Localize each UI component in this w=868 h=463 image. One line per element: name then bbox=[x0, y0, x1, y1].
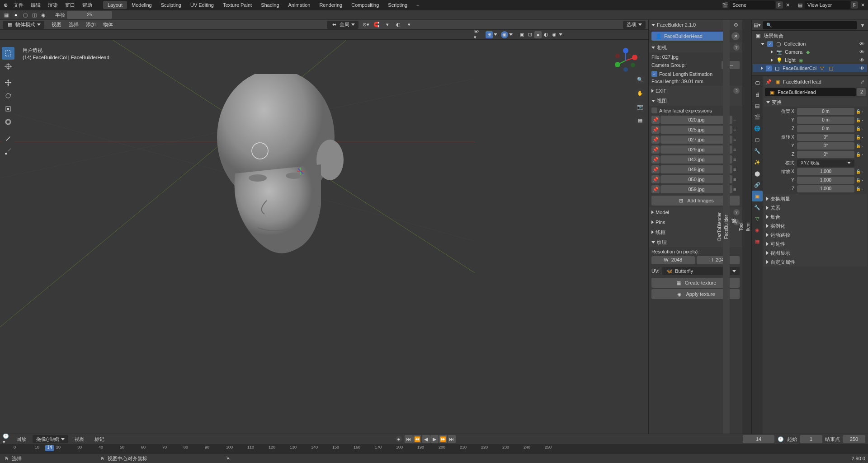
lock-icon[interactable]: 🔓 bbox=[854, 108, 862, 115]
eye-icon[interactable]: 👁 bbox=[858, 56, 865, 64]
prop-section[interactable]: 视图显示 bbox=[764, 248, 867, 257]
header-menu-选择[interactable]: 选择 bbox=[65, 20, 82, 28]
header-menu-物体[interactable]: 物体 bbox=[99, 20, 117, 28]
pin-button[interactable]: 📌 bbox=[651, 155, 660, 164]
orientation-dropdown[interactable]: ⬌全局 bbox=[327, 21, 359, 29]
res-w-field[interactable]: W 2048 bbox=[651, 256, 695, 264]
pin-button[interactable]: 📌 bbox=[651, 126, 660, 134]
rotation-mode-dropdown[interactable]: XYZ 欧拉 bbox=[797, 159, 854, 167]
prop-section[interactable]: 可见性 bbox=[764, 239, 867, 248]
prop-tab-viewlayer[interactable]: ▤ bbox=[752, 100, 763, 111]
prop-tab-physics[interactable]: ⬤ bbox=[752, 168, 763, 179]
prop-section[interactable]: 实例化 bbox=[764, 221, 867, 230]
proportional-dropdown[interactable]: ▾ bbox=[406, 21, 413, 28]
fle-checkbox[interactable]: ✓ bbox=[651, 71, 657, 77]
tree-camera[interactable]: 📷Camera◆👁 bbox=[753, 48, 867, 56]
transform-tool[interactable] bbox=[2, 116, 14, 128]
add-workspace-button[interactable]: + bbox=[413, 1, 423, 9]
workspace-tab-UV Editing[interactable]: UV Editing bbox=[186, 1, 218, 9]
outliner-search[interactable]: 🔍 bbox=[763, 21, 857, 29]
new-viewlayer-button[interactable]: ⎘ bbox=[851, 1, 858, 9]
scale-z-field[interactable]: 1.000 bbox=[797, 185, 854, 192]
prop-tab-constraint[interactable]: 🔗 bbox=[752, 179, 763, 190]
workspace-tab-Sculpting[interactable]: Sculpting bbox=[156, 1, 186, 9]
shading-wireframe[interactable]: ⊡ bbox=[526, 31, 533, 38]
loc-z-field[interactable]: 0 m bbox=[797, 125, 854, 132]
zoom-icon[interactable]: 🔍 bbox=[635, 74, 646, 85]
prop-tab-texture[interactable]: ▦ bbox=[752, 236, 763, 247]
prop-tab-collection[interactable]: ▢ bbox=[752, 134, 763, 145]
allow-expr-checkbox[interactable] bbox=[651, 108, 657, 113]
delete-viewlayer-button[interactable]: ✕ bbox=[859, 1, 866, 9]
lock-icon[interactable]: 🔓 bbox=[854, 142, 862, 150]
jump-end-button[interactable]: ⏭ bbox=[448, 435, 456, 443]
start-frame-field[interactable]: 1 bbox=[800, 435, 822, 443]
shading-solid[interactable]: ● bbox=[534, 31, 542, 38]
jump-start-button[interactable]: ⏮ bbox=[405, 435, 413, 443]
pin-button[interactable]: 📌 bbox=[651, 175, 660, 183]
play-button[interactable]: ▶ bbox=[430, 435, 439, 443]
navigation-gizmo[interactable] bbox=[612, 47, 639, 74]
scale-y-field[interactable]: 1.000 bbox=[797, 177, 854, 184]
auto-key-toggle[interactable]: ● bbox=[396, 436, 402, 442]
viewlayer-field[interactable]: View Layer bbox=[805, 1, 850, 9]
n-tab-item[interactable]: Item bbox=[745, 20, 751, 434]
expand-icon[interactable]: ⤢ bbox=[859, 78, 866, 85]
collection-checkbox[interactable]: ✓ bbox=[766, 65, 772, 71]
select-box-tool[interactable] bbox=[2, 47, 14, 60]
tree-fb-collection[interactable]: ✓▢FaceBuilderCol▽▢👁 bbox=[753, 64, 867, 72]
loc-x-field[interactable]: 0 m bbox=[797, 108, 854, 115]
collection-checkbox[interactable]: ✓ bbox=[767, 41, 773, 47]
menu-编辑[interactable]: 编辑 bbox=[27, 1, 44, 9]
tree-light[interactable]: 💡Light◉👁 bbox=[753, 56, 867, 64]
rot-x-field[interactable]: 0° bbox=[797, 134, 854, 141]
prev-key-button[interactable]: ⏪ bbox=[413, 435, 421, 443]
visibility-icon[interactable]: 👁▾ bbox=[474, 31, 481, 38]
box-select-icon[interactable]: ▢ bbox=[22, 11, 29, 19]
perspective-toggle-icon[interactable]: ▦ bbox=[635, 115, 646, 126]
prop-tab-scene[interactable]: 🎬 bbox=[752, 112, 763, 122]
timeline-editor-icon[interactable]: 🕐▾ bbox=[3, 435, 10, 443]
lock-icon[interactable]: 🔓 bbox=[854, 185, 862, 192]
eye-icon[interactable]: 👁 bbox=[858, 48, 865, 56]
3d-viewport[interactable]: ▦物体模式 视图选择添加物体 ⬌全局 ⊙▾ 🧲 ▾ ◐ ▾ 选项 👁▾ ⊞ ◉ … bbox=[0, 20, 648, 434]
prop-tab-render[interactable]: 🖵 bbox=[752, 78, 763, 89]
xray-toggle[interactable]: ▣ bbox=[518, 31, 525, 38]
tree-scene-collection[interactable]: ▣场景集合 bbox=[753, 32, 867, 40]
prop-tab-modifier[interactable]: 🔧 bbox=[752, 202, 763, 213]
lasso-icon[interactable]: ◫ bbox=[31, 11, 38, 19]
prop-section[interactable]: 变换增量 bbox=[764, 194, 867, 203]
workspace-tab-Modeling[interactable]: Modeling bbox=[127, 1, 156, 9]
workspace-tab-Animation[interactable]: Animation bbox=[284, 1, 315, 9]
prop-section[interactable]: 自定义属性 bbox=[764, 257, 867, 267]
pin-button[interactable]: 📌 bbox=[651, 165, 660, 173]
lock-icon[interactable]: 🔓 bbox=[854, 125, 862, 132]
filter-icon[interactable]: ▼ bbox=[859, 22, 866, 29]
workspace-tab-Rendering[interactable]: Rendering bbox=[315, 1, 347, 9]
rotate-tool[interactable] bbox=[2, 89, 14, 102]
prop-tab-wrench[interactable]: 🔧 bbox=[752, 145, 763, 156]
timeline-ruler[interactable]: 14 0102030405060708090100110120130140150… bbox=[0, 444, 868, 454]
pivot-dropdown[interactable]: ⊙▾ bbox=[362, 21, 369, 28]
lock-icon[interactable]: 🔓 bbox=[854, 151, 862, 158]
workspace-tab-Scripting[interactable]: Scripting bbox=[383, 1, 412, 9]
shading-material[interactable]: ◐ bbox=[542, 31, 550, 38]
annotate-tool[interactable] bbox=[2, 132, 14, 145]
new-scene-button[interactable]: ⎘ bbox=[776, 1, 783, 9]
snap-dropdown[interactable]: ▾ bbox=[384, 21, 391, 28]
workspace-tab-Compositing[interactable]: Compositing bbox=[347, 1, 383, 9]
eye-icon[interactable]: 👁 bbox=[858, 65, 865, 72]
header-menu-添加[interactable]: 添加 bbox=[82, 20, 99, 28]
options-dropdown[interactable]: 选项 bbox=[623, 21, 646, 29]
n-tab-view[interactable]: 视图 bbox=[730, 20, 738, 434]
menu-渲染[interactable]: 渲染 bbox=[44, 1, 61, 9]
circle-icon[interactable]: ◉ bbox=[40, 11, 47, 19]
measure-tool[interactable] bbox=[2, 145, 14, 158]
prop-section[interactable]: 运动路径 bbox=[764, 230, 867, 239]
lock-icon[interactable]: 🔓 bbox=[854, 168, 862, 175]
pan-icon[interactable]: ✋ bbox=[635, 88, 646, 98]
scene-name-field[interactable]: Scene bbox=[730, 1, 775, 9]
scale-x-field[interactable]: 1.000 bbox=[797, 168, 854, 175]
playback-menu[interactable]: 回放 bbox=[13, 435, 30, 444]
cursor-tool[interactable] bbox=[2, 60, 14, 73]
